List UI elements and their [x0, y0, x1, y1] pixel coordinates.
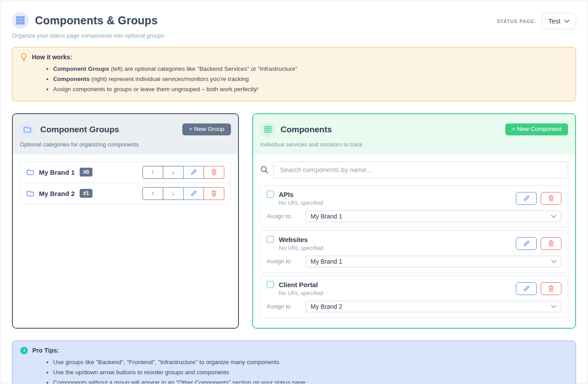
component-name: APIs: [279, 191, 293, 198]
pro-tip-bullet: Components without a group will appear i…: [53, 377, 568, 384]
how-it-works-box: How it works: Component Groups (left) ar…: [12, 47, 576, 101]
component-name: Client Portal: [279, 281, 318, 288]
arrow-down-icon: ↓: [172, 169, 175, 176]
component-url-status: No URL specified: [279, 200, 516, 206]
component-list: APIs No URL specified: [260, 185, 568, 318]
lightbulb-icon: [20, 53, 27, 61]
pencil-icon: [191, 190, 197, 196]
how-it-works-bullet: Component Groups (left) are optional cat…: [53, 64, 568, 74]
apps-grid-icon: [12, 12, 29, 29]
trash-icon: [211, 169, 217, 175]
edit-group-button[interactable]: [183, 166, 204, 179]
components-panel-subtitle: Individual services and monitors to trac…: [260, 141, 568, 148]
pencil-icon: [523, 285, 530, 292]
groups-panel-header: Component Groups + New Group Optional ca…: [13, 114, 238, 154]
group-row: My Brand 1 #0 ↑ ↓: [20, 162, 231, 183]
assign-group-select[interactable]: My Brand 1: [306, 256, 561, 267]
group-list: My Brand 1 #0 ↑ ↓: [20, 161, 231, 204]
new-component-button[interactable]: + New Component: [505, 123, 568, 135]
delete-component-button[interactable]: [541, 192, 561, 205]
component-card: Client Portal No URL specified: [260, 276, 568, 318]
trash-icon: [211, 190, 217, 196]
pro-tips-list: Use groups like "Backend", "Frontend", "…: [53, 357, 568, 384]
move-up-button[interactable]: ↑: [142, 166, 163, 179]
delete-component-button[interactable]: [541, 237, 561, 250]
group-actions: ↑ ↓: [142, 187, 224, 200]
groups-panel-body: My Brand 1 #0 ↑ ↓: [13, 154, 238, 328]
trash-icon: [548, 240, 554, 246]
status-page-value: Test: [548, 17, 561, 25]
arrow-down-icon: ↓: [172, 190, 175, 197]
search-input[interactable]: [273, 161, 568, 178]
move-down-button[interactable]: ↓: [163, 166, 184, 179]
component-checkbox[interactable]: [267, 191, 274, 198]
edit-group-button[interactable]: [183, 187, 204, 200]
chevron-down-icon: [551, 260, 557, 263]
group-order-badge: #0: [80, 168, 92, 177]
how-it-works-list: Component Groups (left) are optional cat…: [53, 64, 568, 95]
move-up-button[interactable]: ↑: [142, 187, 163, 200]
assign-to-label: Assign to:: [267, 213, 306, 219]
chevron-down-icon: [551, 215, 557, 218]
pro-tips-title: Pro Tips:: [32, 347, 59, 354]
edit-component-button[interactable]: [516, 192, 537, 205]
component-card: APIs No URL specified: [260, 185, 568, 228]
group-name: My Brand 1: [39, 169, 75, 176]
pencil-icon: [523, 240, 530, 246]
assigned-group-value: My Brand 1: [311, 213, 551, 220]
trash-icon: [548, 195, 554, 201]
page-subtitle: Organize your status page components int…: [12, 32, 576, 39]
pencil-icon: [523, 195, 530, 201]
new-group-button[interactable]: + New Group: [182, 123, 231, 135]
component-checkbox[interactable]: [267, 281, 274, 288]
status-page-label: STATUS PAGE:: [497, 19, 536, 24]
components-panel: Components + New Component Individual se…: [252, 113, 576, 329]
components-panel-header: Components + New Component Individual se…: [253, 114, 575, 154]
pro-tip-bullet: Use the up/down arrow buttons to reorder…: [53, 367, 568, 377]
group-row: My Brand 2 #1 ↑ ↓: [20, 183, 231, 204]
delete-group-button[interactable]: [204, 166, 224, 179]
page-header: Components & Groups Organize your status…: [12, 12, 576, 39]
info-icon: i: [20, 347, 28, 354]
assigned-group-value: My Brand 2: [311, 303, 551, 310]
assign-group-select[interactable]: My Brand 1: [306, 211, 561, 222]
components-panel-body: APIs No URL specified: [253, 154, 575, 328]
edit-component-button[interactable]: [516, 237, 537, 250]
folder-icon: [27, 169, 34, 176]
how-it-works-bullet: Assign components to groups or leave the…: [53, 84, 568, 94]
arrow-up-icon: ↑: [151, 169, 154, 176]
groups-panel-subtitle: Optional categories for organizing compo…: [20, 141, 231, 148]
delete-group-button[interactable]: [204, 187, 224, 200]
delete-component-button[interactable]: [541, 282, 561, 295]
component-url-status: No URL specified: [279, 290, 516, 296]
folder-icon: [20, 122, 35, 137]
pencil-icon: [191, 169, 197, 175]
group-order-badge: #1: [80, 189, 92, 198]
arrow-up-icon: ↑: [151, 190, 154, 197]
component-name: Websites: [279, 236, 308, 243]
trash-icon: [548, 285, 554, 292]
components-panel-title: Components: [281, 125, 332, 134]
how-it-works-title: How it works:: [32, 54, 72, 61]
component-checkbox[interactable]: [267, 236, 274, 243]
groups-panel-title: Component Groups: [40, 125, 119, 134]
component-url-status: No URL specified: [279, 245, 516, 251]
edit-component-button[interactable]: [516, 282, 537, 295]
component-actions: [516, 237, 561, 250]
move-down-button[interactable]: ↓: [163, 187, 184, 200]
search-icon: [260, 165, 273, 174]
pro-tip-bullet: Use groups like "Backend", "Frontend", "…: [53, 357, 568, 367]
component-groups-panel: Component Groups + New Group Optional ca…: [12, 113, 239, 329]
chevron-down-icon: [551, 305, 557, 308]
chevron-down-icon: [564, 19, 569, 23]
page-title: Components & Groups: [35, 14, 158, 27]
component-actions: [516, 192, 561, 205]
status-page-select[interactable]: Test: [542, 13, 576, 29]
assigned-group-value: My Brand 1: [311, 258, 551, 265]
assign-group-select[interactable]: My Brand 2: [306, 301, 561, 312]
folder-icon: [27, 190, 34, 197]
how-it-works-bullet: Components (right) represent individual …: [53, 74, 568, 84]
component-card: Websites No URL specified: [260, 230, 568, 273]
pro-tips-box: i Pro Tips: Use groups like "Backend", "…: [12, 341, 576, 384]
table-grid-icon: [260, 122, 275, 137]
